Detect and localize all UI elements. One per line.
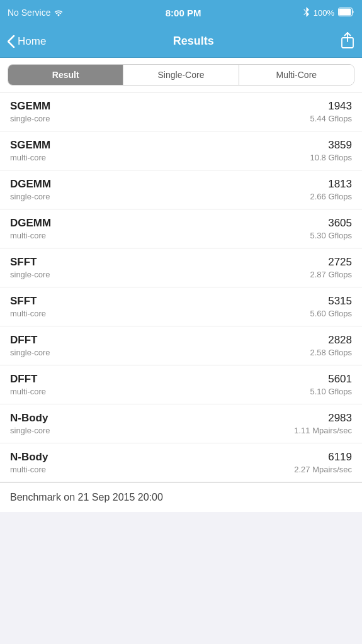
result-score: 3605 (310, 217, 353, 230)
nav-bar: Home Results (0, 25, 362, 58)
result-score: 5315 (310, 295, 353, 308)
result-row: SFFT single-core 2725 2.87 Gflops (0, 248, 362, 287)
result-sub: single-core (10, 426, 50, 435)
tab-multi-core[interactable]: Multi-Core (239, 65, 354, 85)
result-row: DGEMM single-core 1813 2.66 Gflops (0, 170, 362, 209)
result-left: SFFT multi-core (10, 295, 46, 318)
result-sub: single-core (10, 114, 50, 123)
result-unit: 2.58 Gflops (310, 348, 353, 357)
segment-control: Result Single-Core Multi-Core (0, 58, 362, 92)
result-name: DFFT (10, 373, 46, 386)
result-score: 2983 (294, 412, 352, 425)
result-sub: multi-core (10, 153, 50, 162)
result-sub: single-core (10, 348, 50, 357)
result-right: 1813 2.66 Gflops (310, 178, 353, 201)
result-row: N-Body multi-core 6119 2.27 Mpairs/sec (0, 443, 362, 482)
result-right: 2983 1.11 Mpairs/sec (294, 412, 352, 435)
back-button[interactable]: Home (8, 35, 46, 48)
result-left: N-Body multi-core (10, 451, 48, 474)
result-unit: 2.87 Gflops (310, 270, 353, 279)
result-unit: 10.8 Gflops (310, 153, 353, 162)
page-title: Results (173, 35, 214, 48)
result-score: 3859 (310, 139, 353, 152)
result-left: DGEMM multi-core (10, 217, 51, 240)
result-name: DGEMM (10, 178, 51, 191)
back-label: Home (18, 35, 46, 48)
result-sub: multi-core (10, 387, 46, 396)
result-right: 5601 5.10 Gflops (310, 373, 353, 396)
result-row: N-Body single-core 2983 1.11 Mpairs/sec (0, 404, 362, 443)
tab-single-core[interactable]: Single-Core (123, 65, 239, 85)
result-left: N-Body single-core (10, 412, 50, 435)
result-row: DFFT multi-core 5601 5.10 Gflops (0, 365, 362, 404)
result-score: 5601 (310, 373, 353, 386)
result-score: 2725 (310, 256, 353, 269)
result-name: SGEMM (10, 100, 50, 113)
result-right: 1943 5.44 Gflops (310, 100, 353, 123)
result-unit: 2.27 Mpairs/sec (294, 465, 352, 474)
result-sub: single-core (10, 192, 51, 201)
battery-icon (338, 8, 354, 18)
result-name: SGEMM (10, 139, 50, 152)
status-right: 100% (303, 7, 354, 19)
result-unit: 1.11 Mpairs/sec (294, 426, 352, 435)
result-right: 5315 5.60 Gflops (310, 295, 353, 318)
no-service-label: No Service (8, 8, 50, 18)
status-bar: No Service 8:00 PM 100% (0, 0, 362, 25)
result-sub: multi-core (10, 465, 48, 474)
tab-result[interactable]: Result (8, 65, 123, 85)
segment-inner: Result Single-Core Multi-Core (8, 64, 354, 86)
result-score: 1943 (310, 100, 353, 113)
bluetooth-icon (303, 7, 310, 19)
result-unit: 2.66 Gflops (310, 192, 353, 201)
svg-rect-1 (339, 8, 351, 15)
result-left: SFFT single-core (10, 256, 50, 279)
footer: Benchmark on 21 Sep 2015 20:00 (0, 482, 362, 512)
result-name: DGEMM (10, 217, 51, 230)
result-name: DFFT (10, 334, 50, 347)
result-left: DFFT multi-core (10, 373, 46, 396)
result-left: DFFT single-core (10, 334, 50, 357)
result-name: N-Body (10, 412, 50, 425)
result-score: 6119 (294, 451, 352, 464)
battery-percentage: 100% (314, 8, 334, 18)
result-right: 2725 2.87 Gflops (310, 256, 353, 279)
result-right: 3859 10.8 Gflops (310, 139, 353, 162)
result-left: DGEMM single-core (10, 178, 51, 201)
result-right: 2828 2.58 Gflops (310, 334, 353, 357)
result-score: 2828 (310, 334, 353, 347)
result-unit: 5.44 Gflops (310, 114, 353, 123)
result-row: SGEMM multi-core 3859 10.8 Gflops (0, 131, 362, 170)
result-row: SFFT multi-core 5315 5.60 Gflops (0, 287, 362, 326)
results-list: SGEMM single-core 1943 5.44 Gflops SGEMM… (0, 92, 362, 482)
result-sub: multi-core (10, 309, 46, 318)
result-right: 3605 5.30 Gflops (310, 217, 353, 240)
result-name: SFFT (10, 256, 50, 269)
result-unit: 5.60 Gflops (310, 309, 353, 318)
result-right: 6119 2.27 Mpairs/sec (294, 451, 352, 474)
result-unit: 5.30 Gflops (310, 231, 353, 240)
result-sub: multi-core (10, 231, 51, 240)
time-display: 8:00 PM (166, 8, 201, 18)
result-row: SGEMM single-core 1943 5.44 Gflops (0, 92, 362, 131)
result-score: 1813 (310, 178, 353, 191)
benchmark-text: Benchmark on 21 Sep 2015 20:00 (10, 492, 163, 502)
result-name: N-Body (10, 451, 48, 464)
wifi-icon (54, 8, 64, 18)
result-unit: 5.10 Gflops (310, 387, 353, 396)
result-row: DFFT single-core 2828 2.58 Gflops (0, 326, 362, 365)
share-button[interactable] (341, 31, 354, 52)
result-left: SGEMM multi-core (10, 139, 50, 162)
result-left: SGEMM single-core (10, 100, 50, 123)
result-sub: single-core (10, 270, 50, 279)
result-name: SFFT (10, 295, 46, 308)
result-row: DGEMM multi-core 3605 5.30 Gflops (0, 209, 362, 248)
status-left: No Service (8, 8, 64, 18)
